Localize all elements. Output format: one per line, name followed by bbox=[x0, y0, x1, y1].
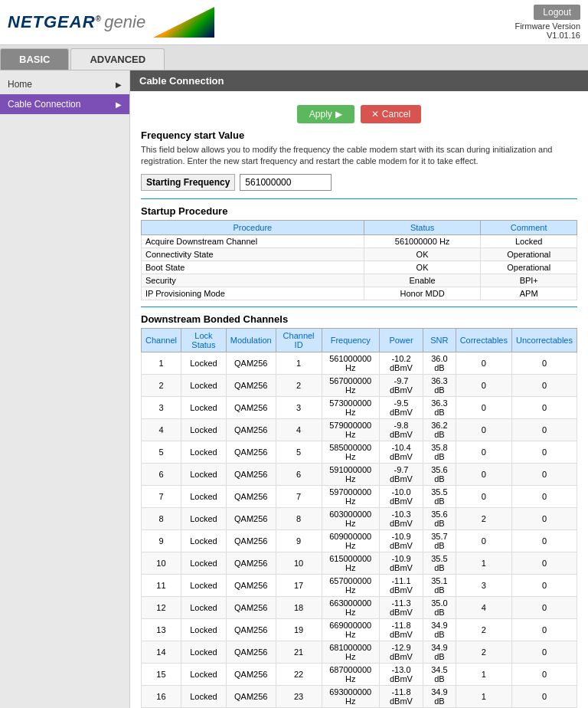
table-cell: Locked bbox=[181, 485, 226, 507]
logo-area: NETGEAR® genie bbox=[8, 7, 214, 38]
frequency-input[interactable] bbox=[240, 174, 332, 191]
table-cell: 0 bbox=[456, 418, 511, 441]
table-row: SecurityEnableBPI+ bbox=[142, 274, 577, 287]
table-cell: 687000000 Hz bbox=[322, 663, 379, 685]
nav-tabs: BASIC ADVANCED bbox=[0, 45, 588, 70]
table-cell: 8 bbox=[142, 507, 181, 529]
table-cell: 1 bbox=[276, 352, 322, 374]
table-cell: 36.3 dB bbox=[423, 396, 456, 418]
table-row: 10LockedQAM25610615000000 Hz-10.9 dBmV35… bbox=[142, 552, 577, 574]
table-cell: 0 bbox=[511, 552, 577, 574]
table-cell: Locked bbox=[181, 418, 226, 441]
startup-title: Startup Procedure bbox=[141, 205, 577, 217]
downstream-header: Channel ID bbox=[276, 328, 322, 352]
table-cell: 561000000 Hz bbox=[322, 352, 379, 374]
table-cell: 0 bbox=[511, 352, 577, 374]
table-row: 12LockedQAM25618663000000 Hz-11.3 dBmV35… bbox=[142, 596, 577, 618]
tab-basic[interactable]: BASIC bbox=[0, 48, 69, 70]
table-cell: 19 bbox=[276, 618, 322, 641]
table-cell: Locked bbox=[481, 234, 577, 247]
table-cell: 21 bbox=[276, 641, 322, 663]
table-cell: 0 bbox=[511, 685, 577, 707]
table-cell: 6 bbox=[142, 463, 181, 485]
table-cell: 0 bbox=[456, 529, 511, 552]
table-cell: 0 bbox=[511, 596, 577, 618]
table-cell: -9.7 dBmV bbox=[379, 374, 423, 396]
table-cell: 657000000 Hz bbox=[322, 574, 379, 596]
table-cell: -10.9 dBmV bbox=[379, 529, 423, 552]
table-cell: QAM256 bbox=[226, 596, 276, 618]
table-cell: 2 bbox=[456, 507, 511, 529]
table-cell: 4 bbox=[456, 596, 511, 618]
sidebar-item-cable-connection[interactable]: Cable Connection ▶ bbox=[0, 94, 129, 114]
table-cell: -9.5 dBmV bbox=[379, 396, 423, 418]
table-row: 16LockedQAM25623693000000 Hz-11.8 dBmV34… bbox=[142, 685, 577, 707]
table-cell: QAM256 bbox=[226, 418, 276, 441]
table-row: 8LockedQAM2568603000000 Hz-10.3 dBmV35.6… bbox=[142, 507, 577, 529]
cable-arrow-icon: ▶ bbox=[116, 100, 122, 109]
table-cell: 663000000 Hz bbox=[322, 596, 379, 618]
table-cell: 1 bbox=[142, 352, 181, 374]
table-cell: 22 bbox=[276, 663, 322, 685]
downstream-header: Uncorrectables bbox=[511, 328, 577, 352]
downstream-header: Channel bbox=[142, 328, 181, 352]
downstream-header: Lock Status bbox=[181, 328, 226, 352]
main-layout: Home ▶ Cable Connection ▶ Cable Connecti… bbox=[0, 70, 588, 708]
table-row: 14LockedQAM25621681000000 Hz-12.9 dBmV34… bbox=[142, 641, 577, 663]
table-cell: 0 bbox=[511, 618, 577, 641]
table-cell: Locked bbox=[181, 374, 226, 396]
frequency-label: Starting Frequency bbox=[141, 174, 235, 191]
table-cell: QAM256 bbox=[226, 685, 276, 707]
table-cell: 35.6 dB bbox=[423, 507, 456, 529]
table-cell: BPI+ bbox=[481, 274, 577, 287]
cancel-x-icon: ✕ bbox=[371, 109, 379, 120]
table-cell: Operational bbox=[481, 261, 577, 274]
table-cell: 9 bbox=[142, 529, 181, 552]
table-cell: QAM256 bbox=[226, 374, 276, 396]
startup-header-status: Status bbox=[364, 220, 481, 234]
table-cell: 0 bbox=[456, 485, 511, 507]
table-cell: 0 bbox=[511, 529, 577, 552]
table-cell: -9.8 dBmV bbox=[379, 418, 423, 441]
table-cell: 2 bbox=[456, 618, 511, 641]
table-cell: -11.3 dBmV bbox=[379, 596, 423, 618]
table-cell: -12.9 dBmV bbox=[379, 641, 423, 663]
table-cell: 0 bbox=[511, 663, 577, 685]
table-cell: Connectivity State bbox=[142, 247, 364, 261]
table-cell: -9.7 dBmV bbox=[379, 463, 423, 485]
table-cell: QAM256 bbox=[226, 463, 276, 485]
downstream-header: Frequency bbox=[322, 328, 379, 352]
table-cell: Locked bbox=[181, 441, 226, 463]
table-cell: 18 bbox=[276, 596, 322, 618]
table-cell: 615000000 Hz bbox=[322, 552, 379, 574]
table-cell: 36.2 dB bbox=[423, 418, 456, 441]
table-cell: 567000000 Hz bbox=[322, 374, 379, 396]
cancel-button[interactable]: ✕ Cancel bbox=[361, 105, 421, 123]
table-cell: 3 bbox=[456, 574, 511, 596]
table-cell: 1 bbox=[456, 663, 511, 685]
table-cell: 7 bbox=[276, 485, 322, 507]
table-cell: Locked bbox=[181, 507, 226, 529]
table-cell: QAM256 bbox=[226, 396, 276, 418]
table-cell: 35.0 dB bbox=[423, 596, 456, 618]
table-row: Acquire Downstream Channel561000000 HzLo… bbox=[142, 234, 577, 247]
table-row: 2LockedQAM2562567000000 Hz-9.7 dBmV36.3 … bbox=[142, 374, 577, 396]
divider-2 bbox=[141, 306, 577, 307]
downstream-header: Modulation bbox=[226, 328, 276, 352]
logout-button[interactable]: Logout bbox=[534, 5, 580, 20]
table-cell: 693000000 Hz bbox=[322, 685, 379, 707]
apply-button[interactable]: Apply ▶ bbox=[297, 105, 354, 123]
table-cell: 4 bbox=[142, 418, 181, 441]
table-cell: 35.7 dB bbox=[423, 529, 456, 552]
table-cell: 609000000 Hz bbox=[322, 529, 379, 552]
table-cell: QAM256 bbox=[226, 352, 276, 374]
tab-advanced[interactable]: ADVANCED bbox=[70, 48, 165, 70]
table-cell: Locked bbox=[181, 463, 226, 485]
table-cell: -10.9 dBmV bbox=[379, 552, 423, 574]
table-cell: 0 bbox=[511, 418, 577, 441]
table-row: 9LockedQAM2569609000000 Hz-10.9 dBmV35.7… bbox=[142, 529, 577, 552]
home-arrow-icon: ▶ bbox=[116, 80, 122, 89]
table-cell: Acquire Downstream Channel bbox=[142, 234, 364, 247]
table-cell: 0 bbox=[456, 441, 511, 463]
sidebar-item-home[interactable]: Home ▶ bbox=[0, 74, 129, 94]
